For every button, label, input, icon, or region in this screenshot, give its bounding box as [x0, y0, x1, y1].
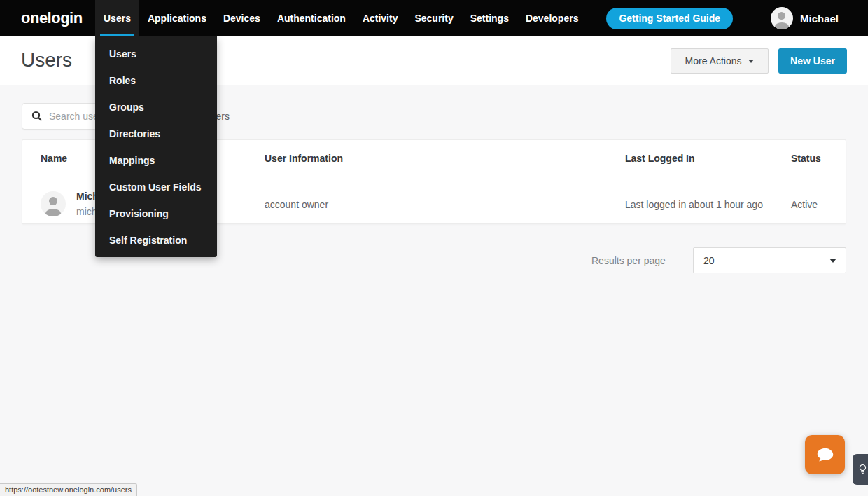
- onelogin-logo[interactable]: onelogin: [21, 9, 95, 27]
- column-header-user-information[interactable]: User Information: [265, 153, 343, 164]
- nav-item-activity[interactable]: Activity: [354, 0, 407, 36]
- more-actions-button[interactable]: More Actions: [671, 48, 769, 74]
- nav-username: Michael: [800, 13, 839, 25]
- column-header-status[interactable]: Status: [791, 153, 821, 164]
- row-last-logged-in: Last logged in about 1 hour ago: [625, 199, 763, 210]
- nav-item-developers-label: Developers: [526, 13, 578, 24]
- chat-widget-button[interactable]: [805, 435, 845, 474]
- menu-item-provisioning[interactable]: Provisioning: [95, 200, 217, 227]
- nav-item-authentication[interactable]: Authentication: [269, 0, 354, 36]
- nav-user-menu[interactable]: Michael: [771, 7, 839, 29]
- users-dropdown-menu: Users Roles Groups Directories Mappings …: [95, 36, 217, 257]
- row-user-avatar-icon: [41, 191, 66, 216]
- lightbulb-icon: [858, 462, 868, 476]
- nav-item-users-label: Users: [104, 13, 131, 24]
- column-header-last-logged-in[interactable]: Last Logged In: [625, 153, 695, 164]
- row-status: Active: [791, 199, 818, 210]
- menu-item-users[interactable]: Users: [95, 41, 217, 67]
- nav-item-settings-label: Settings: [470, 13, 509, 24]
- avatar-torso-shape: [775, 22, 789, 29]
- more-actions-label: More Actions: [685, 55, 742, 67]
- results-per-page-select[interactable]: 20: [693, 247, 846, 273]
- nav-item-devices[interactable]: Devices: [215, 0, 269, 36]
- avatar-head-shape: [778, 12, 785, 20]
- avatar-torso-shape: [46, 209, 61, 216]
- hint-lightbulb-tab[interactable]: [853, 454, 868, 485]
- chevron-down-icon: [748, 60, 754, 63]
- browser-link-preview: https://ootestnew.onelogin.com/users: [0, 483, 137, 496]
- nav-item-developers[interactable]: Developers: [517, 0, 587, 36]
- results-per-page-value: 20: [704, 255, 715, 266]
- menu-item-groups[interactable]: Groups: [95, 94, 217, 120]
- column-header-name[interactable]: Name: [41, 153, 67, 164]
- chevron-down-icon: [830, 259, 836, 263]
- top-nav: onelogin Users Applications Devices Auth…: [0, 0, 868, 36]
- menu-item-self-registration[interactable]: Self Registration: [95, 227, 217, 254]
- page-title: Users: [21, 49, 72, 71]
- new-user-button[interactable]: New User: [778, 48, 847, 74]
- nav-item-users[interactable]: Users: [95, 0, 139, 36]
- nav-item-applications-label: Applications: [148, 13, 206, 24]
- search-icon: [31, 111, 43, 122]
- row-user-information: account owner: [265, 199, 328, 210]
- nav-item-applications[interactable]: Applications: [139, 0, 215, 36]
- nav-item-security[interactable]: Security: [406, 0, 461, 36]
- menu-item-custom-user-fields[interactable]: Custom User Fields: [95, 174, 217, 200]
- avatar-head-shape: [49, 197, 57, 205]
- nav-item-authentication-label: Authentication: [277, 13, 346, 24]
- menu-item-directories[interactable]: Directories: [95, 120, 217, 147]
- nav-item-settings[interactable]: Settings: [462, 0, 517, 36]
- nav-item-activity-label: Activity: [363, 13, 398, 24]
- results-per-page-label: Results per page: [592, 255, 666, 266]
- menu-item-mappings[interactable]: Mappings: [95, 147, 217, 174]
- nav-item-devices-label: Devices: [223, 13, 260, 24]
- nav-item-security-label: Security: [414, 13, 453, 24]
- speech-bubble-icon: [815, 444, 836, 465]
- active-tab-underline: [100, 34, 134, 36]
- menu-item-roles[interactable]: Roles: [95, 67, 217, 94]
- getting-started-guide-button[interactable]: Getting Started Guide: [606, 8, 733, 29]
- user-avatar-icon: [771, 7, 793, 29]
